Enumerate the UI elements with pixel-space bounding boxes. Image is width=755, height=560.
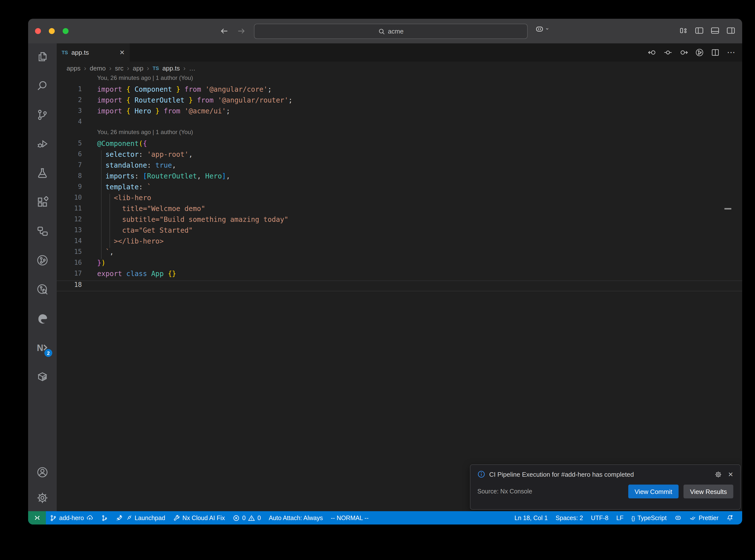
blame-annotation[interactable]: You, 26 minutes ago | 1 author (You) — [82, 75, 193, 85]
status-formatter[interactable]: Prettier — [685, 511, 722, 524]
status-commit-graph[interactable] — [97, 511, 112, 524]
navigate-back-icon[interactable] — [218, 25, 230, 37]
line-number[interactable]: 5 — [57, 140, 82, 151]
status-language-mode[interactable]: {} TypeScript — [628, 511, 671, 524]
testing-icon[interactable] — [36, 167, 49, 179]
breadcrumb-symbol-more[interactable]: … — [189, 64, 196, 72]
notification-close-icon[interactable]: ✕ — [728, 471, 733, 478]
accounts-icon[interactable] — [36, 466, 49, 479]
line-number[interactable] — [57, 129, 82, 140]
code-row[interactable]: 9 template: ` — [57, 183, 742, 194]
command-center-search[interactable]: acme — [254, 24, 528, 39]
line-number[interactable]: 10 — [57, 194, 82, 205]
view-results-button[interactable]: View Results — [683, 485, 733, 498]
status-indentation[interactable]: Spaces: 2 — [552, 511, 587, 524]
code-row[interactable]: 3import { Hero } from '@acme/ui'; — [57, 107, 742, 118]
tab-app-ts[interactable]: TS app.ts ✕ — [57, 43, 130, 62]
code-row[interactable]: 16}) — [57, 259, 742, 269]
status-vim-mode[interactable]: -- NORMAL -- — [327, 511, 373, 524]
status-eol[interactable]: LF — [612, 511, 627, 524]
line-number[interactable]: 8 — [57, 172, 82, 183]
line-number[interactable]: 16 — [57, 259, 82, 269]
search-commits-icon[interactable] — [36, 283, 49, 296]
line-number[interactable]: 9 — [57, 183, 82, 194]
view-commit-button[interactable]: View Commit — [628, 485, 679, 498]
source-control-graph-icon[interactable] — [695, 48, 704, 57]
blame-annotation[interactable]: You, 26 minutes ago | 1 author (You) — [82, 129, 193, 140]
notification-settings-icon[interactable] — [715, 471, 722, 478]
edge-devtools-icon[interactable] — [36, 312, 49, 325]
status-branch[interactable]: add-hero — [46, 511, 97, 524]
code-row[interactable]: 8 imports: [RouterOutlet, Hero], — [57, 172, 742, 183]
line-number[interactable]: 12 — [57, 215, 82, 226]
code-row[interactable]: 15 `, — [57, 248, 742, 259]
code-row[interactable]: 10 <lib-hero — [57, 194, 742, 205]
code-row[interactable]: 11 title="Welcmoe demo" — [57, 205, 742, 215]
line-number[interactable]: 2 — [57, 96, 82, 107]
blame-annotation-row[interactable]: You, 26 minutes ago | 1 author (You) — [57, 75, 742, 85]
source-control-icon[interactable] — [36, 108, 49, 121]
run-debug-icon[interactable] — [36, 138, 49, 151]
code-row[interactable]: 18 — [57, 280, 742, 291]
more-actions-icon[interactable]: ⋯ — [727, 48, 735, 57]
nx-console-icon[interactable]: N 2 — [36, 341, 49, 354]
status-launchpad[interactable]: Launchpad — [112, 511, 169, 524]
toggle-secondary-sidebar-icon[interactable] — [727, 26, 735, 35]
code-row[interactable]: 13 cta="Get Started" — [57, 226, 742, 237]
code-row[interactable]: 14 ></lib-hero> — [57, 237, 742, 248]
line-number[interactable]: 17 — [57, 269, 82, 280]
code-row[interactable]: 4 — [57, 118, 742, 129]
line-number[interactable] — [57, 75, 82, 85]
split-editor-icon[interactable] — [711, 48, 719, 57]
code-row[interactable]: 1import { Component } from '@angular/cor… — [57, 85, 742, 96]
status-encoding[interactable]: UTF-8 — [587, 511, 613, 524]
line-number[interactable]: 3 — [57, 107, 82, 118]
navigate-forward-icon[interactable] — [235, 25, 247, 37]
status-auto-attach[interactable]: Auto Attach: Always — [265, 511, 327, 524]
navigate-forward-change-icon[interactable] — [679, 48, 688, 57]
minimize-window-button[interactable] — [49, 28, 55, 34]
toggle-panel-icon[interactable] — [711, 26, 719, 35]
containers-icon[interactable] — [36, 370, 49, 383]
line-number[interactable]: 13 — [57, 226, 82, 237]
close-window-button[interactable] — [35, 28, 41, 34]
settings-gear-icon[interactable] — [36, 492, 49, 504]
zoom-window-button[interactable] — [63, 28, 68, 34]
explorer-icon[interactable] — [36, 50, 49, 63]
code-row[interactable]: 12 subtitle="Build something amazing tod… — [57, 215, 742, 226]
status-cursor-position[interactable]: Ln 18, Col 1 — [511, 511, 552, 524]
status-nx-cloud-fix[interactable]: Nx Cloud AI Fix — [169, 511, 229, 524]
toggle-primary-sidebar-icon[interactable] — [695, 26, 704, 35]
git-commit-icon[interactable] — [664, 48, 672, 57]
remote-indicator[interactable] — [28, 511, 46, 524]
navigate-back-change-icon[interactable] — [648, 48, 656, 57]
breadcrumb-folder[interactable]: apps — [66, 64, 80, 72]
references-icon[interactable] — [36, 225, 49, 238]
extensions-icon[interactable] — [36, 196, 49, 208]
code-row[interactable]: 2import { RouterOutlet } from '@angular/… — [57, 96, 742, 107]
line-number[interactable]: 6 — [57, 151, 82, 161]
editor[interactable]: You, 26 minutes ago | 1 author (You)1imp… — [57, 75, 742, 511]
breadcrumb-folder[interactable]: demo — [90, 64, 106, 72]
line-number[interactable]: 1 — [57, 85, 82, 96]
breadcrumb-folder[interactable]: app — [133, 64, 143, 72]
blame-annotation-row[interactable]: You, 26 minutes ago | 1 author (You) — [57, 129, 742, 140]
breadcrumb-file[interactable]: app.ts — [162, 64, 180, 72]
status-problems[interactable]: 0 0 — [229, 511, 265, 524]
search-view-icon[interactable] — [36, 79, 49, 92]
status-copilot[interactable] — [671, 511, 685, 524]
commit-graph-icon[interactable] — [36, 254, 49, 267]
line-number[interactable]: 7 — [57, 161, 82, 172]
line-number[interactable]: 15 — [57, 248, 82, 259]
close-tab-icon[interactable]: ✕ — [119, 49, 125, 56]
line-number[interactable]: 4 — [57, 118, 82, 129]
line-number[interactable]: 11 — [57, 205, 82, 215]
line-number[interactable]: 18 — [57, 281, 82, 291]
status-notifications[interactable] — [722, 511, 737, 524]
copilot-menu[interactable]: ⌄ — [535, 25, 549, 34]
breadcrumb-folder[interactable]: src — [115, 64, 123, 72]
line-number[interactable]: 14 — [57, 237, 82, 248]
customize-layout-icon[interactable] — [679, 26, 688, 35]
code-row[interactable]: 7 standalone: true, — [57, 161, 742, 172]
code-row[interactable]: 5@Component({ — [57, 140, 742, 151]
